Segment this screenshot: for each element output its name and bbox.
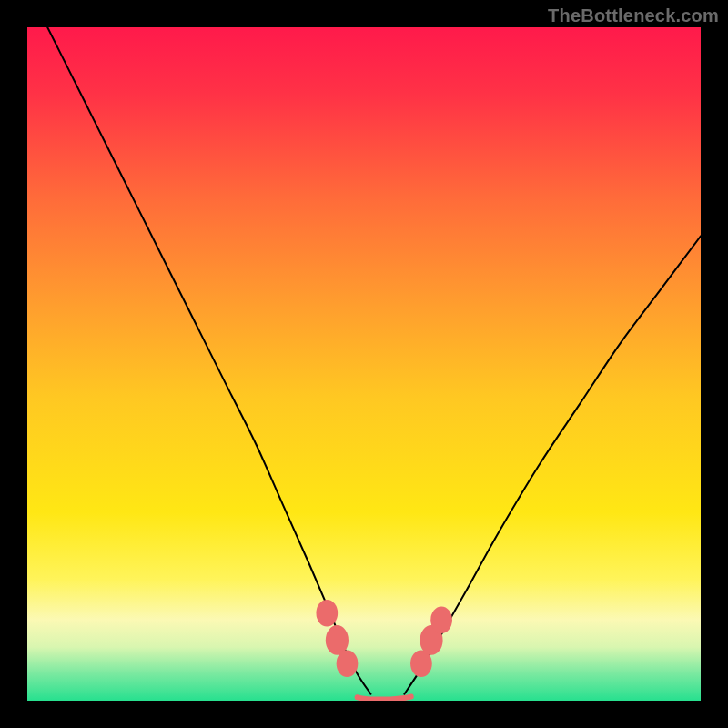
- marker-0: [316, 600, 338, 627]
- chart-frame: TheBottleneck.com: [0, 0, 728, 728]
- series-flat-bottom: [358, 697, 411, 700]
- marker-5: [430, 606, 452, 633]
- plot-area: [27, 27, 701, 701]
- marker-2: [337, 651, 359, 678]
- gradient-background: [27, 27, 701, 701]
- chart-canvas: [27, 27, 701, 701]
- watermark-text: TheBottleneck.com: [548, 5, 719, 26]
